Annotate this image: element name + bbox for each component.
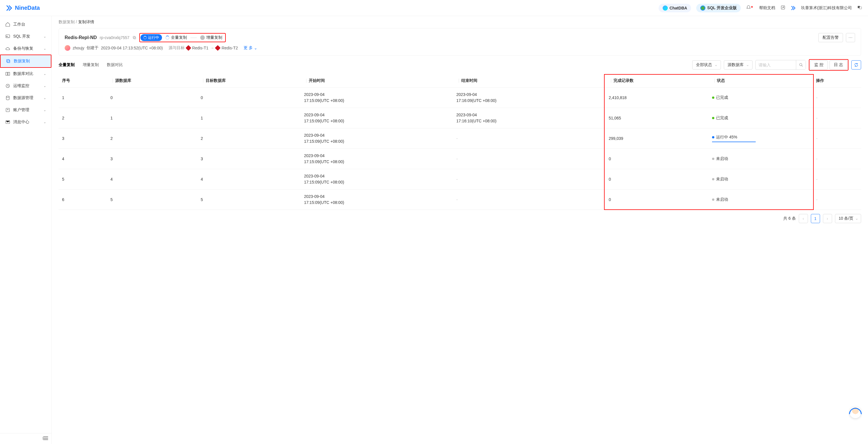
breadcrumb-parent[interactable]: 数据复制	[59, 20, 75, 24]
table-row: 2 1 1 2023-09-0417:15:09(UTC +08:00) 202…	[59, 108, 861, 128]
task-name: Redis-Repl-ND	[65, 35, 97, 40]
chevron-down-icon: ⌄	[43, 84, 46, 88]
main-content: 数据复制 / 复制详情 Redis-Repl-ND rp-cva0nxlq755…	[52, 16, 868, 444]
cell-end: -	[453, 169, 605, 190]
sidebar-item-label: 运维监控	[13, 83, 29, 89]
headset-icon	[849, 408, 862, 414]
cell-status: 未启动	[709, 169, 813, 190]
pagination: 共 6 条 ‹ 1 › 10 条/页	[59, 214, 861, 223]
col-header-5: 完成记录数	[605, 74, 709, 88]
sidebar-item-7[interactable]: 账户管理 ⌄	[0, 104, 52, 116]
status-filter-select[interactable]: 全部状态	[692, 60, 721, 69]
cell-src: 1	[107, 108, 197, 128]
sidebar-item-8[interactable]: 消息中心 ⌄	[0, 116, 52, 128]
svg-rect-3	[6, 35, 10, 38]
monitor-button[interactable]: 监 控	[810, 60, 828, 69]
chevron-down-icon: ⌄	[43, 72, 46, 76]
cell-action: -	[812, 128, 861, 149]
cell-status: 未启动	[709, 190, 813, 210]
cell-tgt: 4	[197, 169, 301, 190]
page-1-button[interactable]: 1	[811, 214, 820, 223]
cell-no: 5	[59, 169, 107, 190]
datasource-icon	[5, 95, 10, 100]
cell-status: 运行中 45%	[709, 128, 813, 149]
sidebar-item-3[interactable]: 数据复制	[0, 55, 52, 68]
cell-action: -	[812, 108, 861, 128]
sidebar-item-label: 数据复制	[14, 59, 30, 64]
language-switch-icon[interactable]	[857, 5, 862, 11]
chatdba-pill[interactable]: ChatDBA	[659, 4, 691, 12]
sidebar-item-6[interactable]: 数据源管理 ⌄	[0, 92, 52, 104]
support-avatar-button[interactable]	[849, 407, 861, 418]
cell-tgt: 0	[197, 88, 301, 108]
creator-avatar	[65, 45, 70, 51]
source-db-name: Redis-T1	[192, 46, 209, 50]
col-header-4: 结束时间	[453, 74, 605, 88]
sidebar-item-1[interactable]: SQL 开发 ⌄	[0, 30, 52, 42]
prev-page-button[interactable]: ‹	[799, 214, 808, 223]
task-header-card: Redis-Repl-ND rp-cva0nxlq7557 运行中 全量复制	[59, 28, 861, 56]
cell-no: 6	[59, 190, 107, 210]
cell-records: 0	[605, 149, 709, 169]
log-button[interactable]: 日 志	[830, 60, 847, 69]
cell-end: -	[453, 190, 605, 210]
cell-tgt: 5	[197, 190, 301, 210]
sidebar-item-4[interactable]: 数据库对比 ⌄	[0, 68, 52, 80]
tab-incremental-copy[interactable]: 增量复制	[83, 61, 99, 69]
cell-status: 已完成	[709, 108, 813, 128]
sidebar-item-2[interactable]: 备份与恢复 ⌄	[0, 42, 52, 55]
chevron-down-icon: ⌄	[43, 46, 46, 51]
svg-rect-7	[8, 72, 10, 75]
table-row: 3 2 2 2023-09-0417:15:09(UTC +08:00) - 2…	[59, 128, 861, 149]
help-doc-external-icon[interactable]	[780, 5, 785, 11]
configure-alert-button[interactable]: 配置告警	[818, 33, 843, 42]
cell-start: 2023-09-0417:15:09(UTC +08:00)	[301, 169, 453, 190]
notification-icon[interactable]	[746, 5, 754, 11]
cell-src: 5	[107, 190, 197, 210]
table-row: 5 4 4 2023-09-0417:15:09(UTC +08:00) - 0…	[59, 169, 861, 190]
more-actions-button[interactable]: ⋯	[846, 33, 855, 42]
source-db-icon	[186, 45, 191, 51]
cell-action: -	[812, 190, 861, 210]
brand-name: NineData	[15, 5, 40, 11]
copy-icon[interactable]	[132, 36, 136, 40]
account-icon	[5, 107, 10, 113]
stage-full-copy: 全量复制	[165, 35, 187, 40]
sidebar-item-0[interactable]: 工作台	[0, 19, 52, 30]
next-page-button[interactable]: ›	[823, 214, 832, 223]
table-row: 4 3 3 2023-09-0417:15:09(UTC +08:00) - 0…	[59, 149, 861, 169]
search-input[interactable]	[756, 61, 796, 69]
search-button[interactable]	[796, 60, 806, 69]
sidebar-item-label: 消息中心	[13, 120, 29, 125]
cell-action: -	[812, 88, 861, 108]
tab-full-copy[interactable]: 全量复制	[59, 61, 75, 69]
sql-dev-pill[interactable]: SQL 开发企业版	[696, 4, 741, 12]
refresh-button[interactable]	[851, 60, 861, 69]
home-icon	[5, 22, 10, 27]
tab-data-compare[interactable]: 数据对比	[107, 61, 123, 69]
clock-icon	[200, 35, 205, 40]
sidebar-collapse-icon[interactable]	[43, 436, 49, 440]
sidebar-item-5[interactable]: 运维监控 ⌄	[0, 80, 52, 92]
cell-start: 2023-09-0417:15:09(UTC +08:00)	[301, 149, 453, 169]
spinner-icon	[143, 36, 147, 39]
svg-point-9	[6, 96, 9, 97]
cell-src: 3	[107, 149, 197, 169]
cell-tgt: 1	[197, 108, 301, 128]
chatdba-label: ChatDBA	[670, 6, 687, 10]
cell-records: 0	[605, 169, 709, 190]
cell-no: 2	[59, 108, 107, 128]
table-row: 1 0 0 2023-09-0417:15:09(UTC +08:00) 202…	[59, 88, 861, 108]
company-name: 玖章算术(浙江)科技有限公司	[801, 5, 852, 11]
page-size-select[interactable]: 10 条/页	[835, 214, 861, 223]
cell-status: 已完成	[709, 88, 813, 108]
more-link[interactable]: 更 多 ⌄	[244, 45, 257, 51]
sidebar-item-label: SQL 开发	[13, 34, 30, 39]
chevron-down-icon: ⌄	[43, 96, 46, 100]
cell-no: 1	[59, 88, 107, 108]
source-db-filter-select[interactable]: 源数据库	[724, 60, 752, 69]
chevron-down-icon: ⌄	[254, 46, 257, 50]
brand-logo[interactable]: NineData	[6, 5, 40, 11]
help-doc-link[interactable]: 帮助文档	[759, 5, 775, 11]
chevron-down-icon: ⌄	[43, 108, 46, 112]
